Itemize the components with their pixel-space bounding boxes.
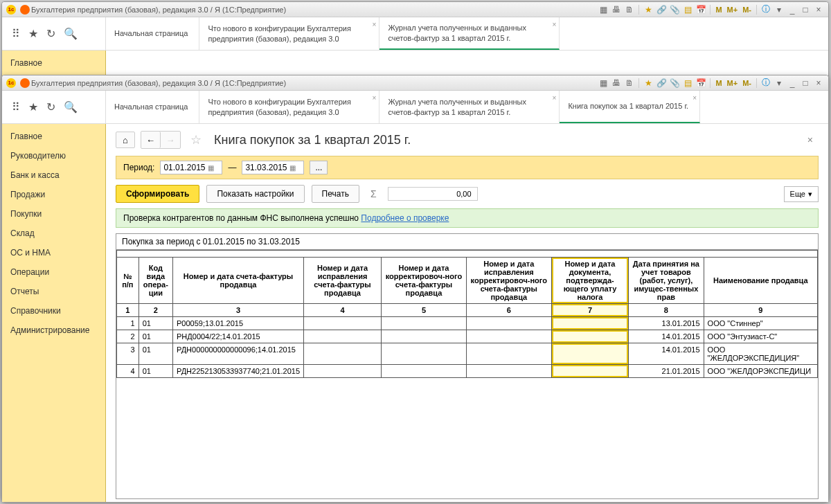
- table-cell: 14.01.2015: [629, 343, 704, 365]
- star-icon[interactable]: ☆: [190, 132, 202, 147]
- close-icon[interactable]: ×: [553, 93, 557, 102]
- history-icon[interactable]: ↻: [46, 100, 55, 114]
- info-icon[interactable]: ⓘ: [760, 78, 771, 89]
- table-cell: [304, 317, 382, 330]
- period-select-button[interactable]: ...: [310, 161, 328, 174]
- sidebar-item[interactable]: Отчеты: [2, 282, 105, 301]
- favorite-icon[interactable]: ★: [28, 100, 38, 114]
- back-button[interactable]: ←: [141, 132, 161, 148]
- maximize-icon[interactable]: □: [800, 4, 811, 15]
- toolbar-star-icon[interactable]: ★: [643, 78, 654, 89]
- tabbar-front: ⠿ ★ ↻ 🔍 Начальная страница Что нового в …: [2, 91, 828, 124]
- tab-purchase-book[interactable]: Книга покупок за 1 квартал 2015 г.×: [560, 91, 700, 123]
- close-icon[interactable]: ×: [373, 93, 377, 102]
- page-close-icon[interactable]: ×: [807, 134, 819, 145]
- table-cell: [304, 365, 382, 378]
- toolbar-doc-icon[interactable]: 🗎: [624, 78, 635, 89]
- toolbar-link-icon[interactable]: 🔗: [656, 4, 667, 15]
- close-icon[interactable]: ×: [553, 20, 557, 29]
- toolbar-doc-icon[interactable]: 🗎: [624, 4, 635, 15]
- sum-value[interactable]: 0,00: [388, 187, 478, 201]
- table-cell: [382, 317, 467, 330]
- toolbar-clip-icon[interactable]: 📎: [669, 4, 680, 15]
- table-cell: [304, 330, 382, 343]
- window-title: Бухгалтерия предприятия (базовая), редак…: [31, 79, 286, 87]
- close-icon[interactable]: ×: [813, 78, 824, 89]
- sidebar-item[interactable]: Продажи: [2, 185, 105, 204]
- toolbar-print-icon[interactable]: 🖶: [611, 78, 622, 89]
- maximize-icon[interactable]: □: [800, 78, 811, 89]
- toolbar-star-icon[interactable]: ★: [643, 4, 654, 15]
- minimize-icon[interactable]: _: [787, 78, 798, 89]
- print-button[interactable]: Печать: [312, 185, 359, 203]
- date-to-input[interactable]: 31.03.2015▦: [242, 161, 304, 174]
- dropdown-icon[interactable]: ▾: [774, 78, 785, 89]
- toolbar-calc-icon[interactable]: ▤: [682, 78, 693, 89]
- toolbar-calendar-icon[interactable]: 📅: [695, 4, 706, 15]
- close-icon[interactable]: ×: [373, 20, 377, 29]
- tab-whatsnew[interactable]: Что нового в конфигурации Бухгалтерия пр…: [199, 17, 379, 50]
- table-row[interactable]: 301РДН000000000000096;14.01.201514.01.20…: [117, 343, 818, 365]
- app-icon-2: [20, 5, 30, 15]
- table-row[interactable]: 401РДН2252130533937740;21.01.201521.01.2…: [117, 365, 818, 378]
- history-icon[interactable]: ↻: [46, 27, 55, 40]
- close-icon[interactable]: ×: [813, 4, 824, 15]
- sidebar-item[interactable]: Операции: [2, 262, 105, 282]
- table-row[interactable]: 201РНД0004/22;14.01.201514.01.2015ООО "Э…: [117, 330, 818, 343]
- table-cell: 4: [117, 365, 139, 378]
- toolbar-grid-icon[interactable]: ▦: [598, 4, 609, 15]
- toolbar-grid-icon[interactable]: ▦: [598, 78, 609, 89]
- column-number: 8: [629, 304, 704, 317]
- table-cell: [466, 343, 551, 365]
- m-button[interactable]: M: [714, 79, 723, 87]
- tab-journal[interactable]: Журнал учета полученных и выданных счето…: [379, 91, 560, 123]
- tab-home[interactable]: Начальная страница: [106, 17, 199, 50]
- table-header: Номер и дата счета-фактуры продавца: [173, 258, 304, 304]
- tab-home[interactable]: Начальная страница: [106, 91, 199, 123]
- close-icon[interactable]: ×: [692, 93, 697, 102]
- m-minus-button[interactable]: M-: [741, 79, 753, 87]
- main-content: ⌂ ← → ☆ Книга покупок за 1 квартал 2015 …: [106, 124, 828, 502]
- sidebar-item[interactable]: ОС и НМА: [2, 243, 105, 262]
- search-icon[interactable]: 🔍: [64, 100, 78, 114]
- app-icon-2: [20, 78, 30, 88]
- toolbar-calc-icon[interactable]: ▤: [682, 4, 693, 15]
- sidebar-item[interactable]: Справочники: [2, 301, 105, 321]
- date-from-input[interactable]: 01.01.2015▦: [160, 161, 222, 174]
- tab-whatsnew[interactable]: Что нового в конфигурации Бухгалтерия пр…: [199, 91, 379, 123]
- sidebar-item[interactable]: Банк и касса: [2, 165, 105, 185]
- sidebar-item[interactable]: Главное: [2, 53, 105, 73]
- more-button[interactable]: Еще▾: [784, 186, 819, 202]
- sidebar-item[interactable]: Администрирование: [2, 321, 105, 340]
- show-settings-button[interactable]: Показать настройки: [206, 185, 304, 203]
- home-button[interactable]: ⌂: [116, 132, 135, 148]
- tab-journal[interactable]: Журнал учета полученных и выданных счето…: [379, 17, 560, 50]
- m-plus-button[interactable]: M+: [726, 6, 740, 14]
- toolbar-calendar-icon[interactable]: 📅: [695, 78, 706, 89]
- favorite-icon[interactable]: ★: [28, 27, 38, 40]
- apps-icon[interactable]: ⠿: [12, 100, 20, 114]
- apps-icon[interactable]: ⠿: [12, 27, 20, 40]
- table-row[interactable]: 101Р00059;13.01.201513.01.2015ООО "Стинн…: [117, 317, 818, 330]
- m-plus-button[interactable]: M+: [726, 79, 740, 87]
- dropdown-icon[interactable]: ▾: [774, 4, 785, 15]
- table-cell: [466, 317, 551, 330]
- forward-button[interactable]: →: [161, 132, 180, 148]
- toolbar-print-icon[interactable]: 🖶: [611, 4, 622, 15]
- m-button[interactable]: M: [714, 6, 723, 14]
- sidebar-item[interactable]: Покупки: [2, 204, 105, 224]
- minimize-icon[interactable]: _: [787, 4, 798, 15]
- column-number: 4: [304, 304, 382, 317]
- m-minus-button[interactable]: M-: [741, 6, 753, 14]
- form-button[interactable]: Сформировать: [116, 185, 199, 203]
- sidebar-item[interactable]: Склад: [2, 224, 105, 243]
- toolbar-link-icon[interactable]: 🔗: [656, 78, 667, 89]
- sidebar-item[interactable]: Руководителю: [2, 146, 105, 165]
- toolbar-clip-icon[interactable]: 📎: [669, 78, 680, 89]
- info-icon[interactable]: ⓘ: [760, 4, 771, 15]
- info-link[interactable]: Подробнее о проверке: [361, 213, 449, 223]
- period-row: Период: 01.01.2015▦ — 31.03.2015▦ ...: [116, 156, 819, 179]
- period-label: Период:: [123, 163, 154, 172]
- sidebar-item[interactable]: Главное: [2, 127, 105, 146]
- search-icon[interactable]: 🔍: [64, 27, 78, 40]
